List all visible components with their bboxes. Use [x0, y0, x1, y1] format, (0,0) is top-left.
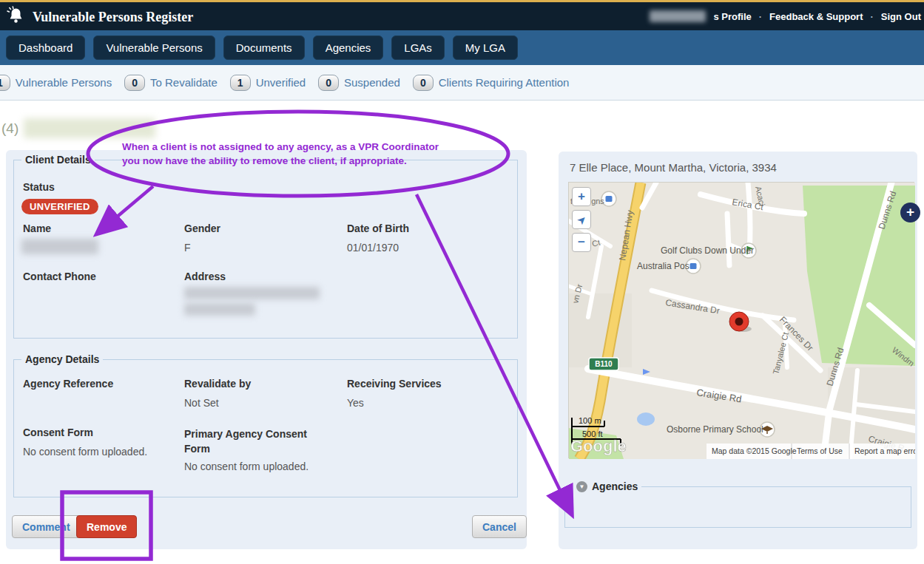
report-map-error-link[interactable]: Report a map error — [854, 446, 915, 455]
client-details-section: Client Details Status UNVERIFIED Name Ge… — [13, 160, 518, 339]
tab-lgas[interactable]: LGAs — [391, 35, 445, 60]
map-graphic: B110 — [569, 183, 915, 459]
scale-metric-label: 100 m — [579, 416, 601, 425]
annotation-text-line1: When a client is not assigned to any age… — [122, 141, 439, 152]
top-header-bar: Vulnerable Persons Register s Profile · … — [0, 0, 924, 30]
account-links: s Profile · Feedback & Support · Sign Ou… — [650, 10, 921, 22]
map-zoom-out-button[interactable]: − — [572, 233, 591, 252]
map-my-location-button[interactable]: ➤ — [572, 210, 591, 229]
tab-agencies[interactable]: Agencies — [313, 35, 384, 60]
main-navigation: Dashboard Vulnerable Persons Documents A… — [0, 30, 924, 65]
client-record-panel: Client Details Status UNVERIFIED Name Ge… — [6, 150, 527, 549]
dob-label: Date of Birth — [347, 222, 409, 234]
counter-to-revalidate[interactable]: 0 To Revalidate — [124, 75, 217, 91]
terms-of-use-link[interactable]: Terms of Use — [797, 446, 843, 455]
feedback-support-link[interactable]: Feedback & Support — [769, 11, 863, 22]
agency-details-section: Agency Details Agency Reference Revalida… — [13, 359, 518, 497]
route-badge-b110: B110 — [589, 358, 618, 370]
separator-dot: · — [870, 11, 873, 22]
svg-text:Australia Pos: Australia Pos — [637, 261, 689, 271]
receiving-services-value: Yes — [347, 397, 364, 409]
dob-value: 01/01/1970 — [347, 242, 399, 254]
receiving-services-label: Receiving Services — [347, 378, 442, 390]
tab-documents[interactable]: Documents — [223, 35, 305, 60]
counter-unverified[interactable]: 1 Unverified — [230, 75, 306, 91]
tab-my-lga[interactable]: My LGA — [453, 35, 518, 60]
tab-dashboard[interactable]: Dashboard — [6, 35, 85, 60]
revalidate-by-value: Not Set — [184, 397, 219, 409]
count-badge: 0 — [318, 75, 339, 91]
consent-form-value: No consent form uploaded. — [23, 446, 147, 458]
record-heading: (4) — [1, 118, 155, 138]
primary-consent-label: Primary Agency Consent Form — [184, 427, 311, 456]
client-address-text: 7 Elle Place, Mount Martha, Victoria, 39… — [570, 161, 777, 174]
annotation-text-line2: you now have the ability to remove the c… — [122, 155, 407, 166]
primary-consent-value: No consent form uploaded. — [184, 461, 308, 472]
name-label: Name — [23, 222, 51, 234]
svg-text:B110: B110 — [595, 360, 613, 368]
redacted-client-name-heading — [24, 118, 155, 138]
map-zoom-in-button[interactable]: + — [572, 187, 591, 206]
agency-reference-label: Agency Reference — [23, 378, 113, 390]
google-map-canvas[interactable]: B110 — [568, 182, 914, 458]
record-number: (4) — [1, 120, 18, 137]
pond — [637, 412, 655, 426]
address-label: Address — [184, 271, 226, 282]
google-watermark: Google — [570, 437, 627, 455]
collapse-toggle-icon[interactable]: ▼ — [576, 481, 587, 492]
separator-dot: · — [759, 11, 762, 22]
map-controls: + ➤ − — [572, 187, 591, 256]
count-badge: 0 — [124, 75, 145, 91]
comment-button[interactable]: Comment — [12, 515, 81, 538]
agencies-section: ▼ Agencies — [564, 486, 911, 528]
client-details-legend: Client Details — [21, 154, 95, 166]
counter-vulnerable-persons[interactable]: 1 Vulnerable Persons — [0, 75, 112, 91]
count-badge: 0 — [413, 75, 434, 91]
redacted-address-line2 — [184, 303, 255, 316]
status-label: Status — [23, 181, 55, 193]
tab-vulnerable-persons[interactable]: Vulnerable Persons — [93, 35, 215, 60]
sign-out-link[interactable]: Sign Out — [881, 11, 921, 22]
redacted-address-line1 — [184, 287, 320, 299]
park-area — [803, 186, 915, 366]
gender-value: F — [184, 242, 191, 254]
vpr-application-window: Vulnerable Persons Register s Profile · … — [0, 0, 924, 564]
revalidate-by-label: Revalidate by — [184, 378, 251, 390]
location-panel: 7 Elle Place, Mount Martha, Victoria, 39… — [559, 152, 917, 549]
counter-suspended[interactable]: 0 Suspended — [318, 75, 400, 91]
agencies-legend-label: Agencies — [592, 480, 638, 492]
svg-text:Golf Clubs Down Under: Golf Clubs Down Under — [661, 245, 754, 256]
status-badge: UNVERIFIED — [21, 199, 98, 214]
status-counter-bar: 1 Vulnerable Persons 0 To Revalidate 1 U… — [0, 65, 924, 101]
overlay-plus-button[interactable]: + — [900, 203, 920, 222]
profile-link[interactable]: s Profile — [713, 11, 751, 22]
count-badge: 1 — [0, 75, 10, 91]
map-data-copyright: Map data ©2015 Google — [712, 446, 797, 455]
consent-form-label: Consent Form — [23, 427, 93, 438]
map-attribution-bar: Map data ©2015 Google Terms of Use Repor… — [707, 444, 915, 459]
gender-label: Gender — [184, 222, 220, 234]
redacted-username — [650, 10, 706, 22]
svg-text:Osborne Primary School: Osborne Primary School — [667, 424, 763, 435]
redacted-name-value — [21, 239, 98, 254]
cancel-button[interactable]: Cancel — [472, 515, 527, 538]
count-badge: 1 — [230, 75, 251, 91]
agency-details-legend: Agency Details — [21, 353, 103, 365]
bell-logo-icon — [6, 6, 26, 29]
remove-button[interactable]: Remove — [76, 515, 137, 538]
navigation-arrow-icon: ➤ — [573, 211, 590, 229]
contact-phone-label: Contact Phone — [23, 271, 96, 282]
counter-clients-requiring-attention[interactable]: 0 Clients Requiring Attention — [413, 75, 570, 91]
app-title: Vulnerable Persons Register — [33, 10, 193, 25]
